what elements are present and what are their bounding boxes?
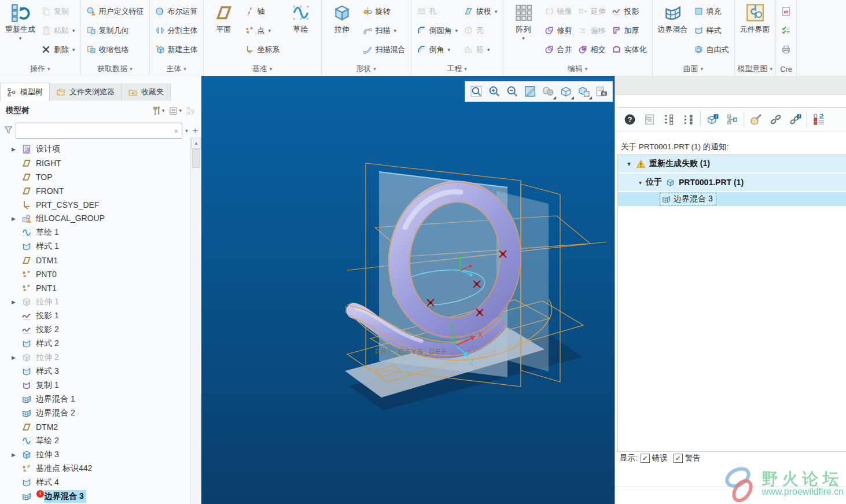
ribbon-button-用户定义特征[interactable]: 用户定义特征 — [84, 2, 146, 21]
tree-item-样式 1[interactable]: 样式 1 — [0, 240, 191, 253]
view-manager-button[interactable]: ◢ — [575, 83, 593, 100]
scroll-up-icon[interactable]: ▲ — [191, 138, 201, 149]
ribbon-button-实体化[interactable]: 实体化 — [609, 40, 649, 59]
notification-item-PRT0001.PRT (1)[interactable]: ▾位于 PRT0001.PRT (1) — [618, 174, 846, 191]
report-button[interactable] — [639, 110, 659, 128]
ribbon-button-重新生成[interactable]: 重新生成▾ — [3, 2, 38, 42]
zoom-out-button[interactable] — [503, 83, 521, 100]
tree-item-边界混合 1[interactable]: 边界混合 1 — [0, 392, 191, 406]
ribbon-button-轴[interactable]: 轴 — [242, 2, 282, 21]
tree-node-button[interactable] — [722, 110, 742, 128]
ribbon-button-合并[interactable]: 合并 — [542, 40, 575, 59]
ribbon-button-扫描[interactable]: 扫描▾ — [361, 21, 408, 40]
tree-item-投影 2[interactable]: 投影 2 — [0, 323, 191, 337]
ribbon-button-新建主体[interactable]: 新建主体 — [153, 40, 200, 59]
tree-item-PNT0[interactable]: PNT0 — [0, 267, 191, 281]
tree-item-样式 3[interactable]: 样式 3 — [0, 365, 191, 378]
model-tree-scrollbar[interactable]: ▲ — [190, 138, 201, 504]
ribbon-group-label-模型意图[interactable]: 模型意图▾ — [738, 62, 773, 76]
tree-item-拉伸 3[interactable]: ▶ 拉伸 3 — [0, 448, 191, 462]
tree-item-基准点 标识442[interactable]: 基准点 标识442 — [0, 462, 191, 476]
tree-item-DTM1[interactable]: DTM1 — [0, 253, 191, 267]
ribbon-button-倒角[interactable]: 倒角▾ — [414, 40, 461, 59]
zoom-in-button[interactable] — [485, 83, 503, 100]
ribbon-button-相交[interactable]: 相交 — [576, 40, 608, 59]
ribbon-button-扫描混合[interactable]: 扫描混合 — [361, 40, 408, 59]
tree-item-组LOCAL_GROUP[interactable]: ▶ 组LOCAL_GROUP — [0, 212, 191, 226]
ribbon-button-筋[interactable]: 筋▾ — [461, 40, 500, 59]
ribbon-button-倒圆角[interactable]: 倒圆角▾ — [414, 21, 461, 40]
tree-item-复制 1[interactable]: 复制 1 — [0, 378, 191, 392]
chain-info-button[interactable]: i — [785, 110, 805, 128]
tree-item-投影 1[interactable]: 投影 1 — [0, 309, 191, 323]
ribbon-button-拉伸[interactable]: 拉伸 — [325, 2, 359, 36]
ribbon-button-边界混合[interactable]: 边界混合 — [656, 2, 690, 36]
ribbon-button-延伸[interactable]: 延伸 — [576, 2, 608, 21]
tree-item-TOP[interactable]: TOP — [0, 170, 191, 184]
ribbon-button-drawing-icon[interactable]: dr — [779, 2, 793, 21]
tab-文件夹浏览器[interactable]: 文件夹浏览器 — [50, 83, 122, 101]
ribbon-group-label-获取数据[interactable]: 获取数据▾ — [84, 62, 146, 76]
refit-button[interactable] — [467, 83, 485, 100]
checkbox-警告[interactable]: ✓ — [674, 454, 683, 463]
ribbon-group-label-形状[interactable]: 形状▾ — [325, 62, 408, 76]
tree-tool[interactable] — [186, 106, 196, 116]
chain-button[interactable] — [766, 110, 785, 128]
3d-viewport[interactable]: Y X Z PRT_CSYS_DEF ◢ ◢ ◢ — [201, 76, 615, 504]
ribbon-button-旋转[interactable]: 旋转 — [361, 2, 408, 21]
display-style-button[interactable]: ◢ — [539, 83, 557, 100]
ribbon-group-label-主体[interactable]: 主体▾ — [153, 62, 200, 76]
notification-item-边界混合 3[interactable]: 边界混合 3 — [618, 192, 846, 206]
ribbon-button-拔模[interactable]: 拔模▾ — [461, 2, 500, 21]
scroll-thumb[interactable] — [192, 149, 200, 168]
ribbon-button-填充[interactable]: 填充 — [691, 2, 731, 21]
ribbon-button-checks-icon[interactable] — [779, 21, 793, 40]
info-cube-button[interactable]: i — [702, 110, 722, 128]
ribbon-group-label-基准[interactable]: 基准▾ — [207, 62, 318, 76]
ribbon-button-自由式[interactable]: 自由式 — [691, 40, 731, 59]
ribbon-group-label-编辑[interactable]: 编辑▾ — [506, 62, 649, 76]
ribbon-button-孔[interactable]: 孔 — [414, 2, 461, 21]
tree-item-PNT1[interactable]: PNT1 — [0, 281, 191, 295]
tree-filter-input[interactable] — [16, 124, 171, 137]
tree-item-边界混合 3[interactable]: ! 边界混合 3 — [0, 490, 191, 503]
tree-item-设计项[interactable]: ▶ 设计项 — [0, 142, 191, 156]
ribbon-button-复制[interactable]: 复制 — [39, 2, 78, 21]
help-button[interactable]: ? — [620, 110, 639, 128]
ribbon-button-粘贴[interactable]: 粘贴▾ — [39, 21, 78, 40]
tree-item-草绘 2[interactable]: 草绘 2 — [0, 434, 191, 448]
tree-item-样式 2[interactable]: 样式 2 — [0, 337, 191, 351]
ribbon-button-平面[interactable]: 平面 — [207, 2, 241, 36]
ribbon-group-label-操作[interactable]: 操作▾ — [3, 62, 78, 76]
ribbon-button-镜像[interactable]: 镜像 — [542, 2, 575, 21]
ribbon-group-label-工程[interactable]: 工程▾ — [414, 62, 500, 76]
collapse-all-button[interactable] — [679, 110, 698, 128]
ribbon-button-投影[interactable]: 投影 — [609, 2, 649, 21]
ribbon-group-label-Cre[interactable]: Cre — [779, 62, 793, 76]
ribbon-button-布尔运算[interactable]: 布尔运算 — [153, 2, 200, 21]
ribbon-button-坐标系[interactable]: 坐标系 — [242, 40, 282, 59]
ribbon-button-删除[interactable]: 删除▾ — [39, 40, 78, 59]
tab-收藏夹[interactable]: ✳收藏夹 — [122, 83, 171, 101]
ribbon-button-复制几何[interactable]: 复制几何 — [84, 21, 146, 40]
ribbon-button-加厚[interactable]: 加厚 — [609, 21, 649, 40]
saved-views-button[interactable]: ◢ — [557, 83, 575, 100]
ribbon-button-阵列[interactable]: 阵列▾ — [506, 2, 541, 42]
tree-tool[interactable]: ▾ — [152, 106, 167, 116]
tree-item-样式 4[interactable]: 样式 4 — [0, 476, 191, 490]
ribbon-button-元件界面[interactable]: 元件界面 — [738, 2, 773, 36]
ribbon-button-点[interactable]: 点▾ — [242, 21, 282, 40]
tree-item-边界混合 2[interactable]: 边界混合 2 — [0, 406, 191, 420]
tree-item-RIGHT[interactable]: RIGHT — [0, 156, 191, 170]
tree-item-FRONT[interactable]: FRONT — [0, 184, 191, 198]
tree-item-拉伸 1[interactable]: ▶ 拉伸 1 — [0, 295, 191, 309]
ribbon-button-print-icon[interactable] — [779, 40, 793, 59]
notification-item-重新生成失败 (1)[interactable]: ▼ 重新生成失败 (1) — [618, 155, 846, 172]
ribbon-button-分割主体[interactable]: 分割主体 — [153, 21, 200, 40]
checkbox-错误[interactable]: ✓ — [641, 454, 650, 463]
add-filter-icon[interactable]: + — [193, 126, 198, 136]
ribbon-button-壳[interactable]: 壳 — [461, 21, 500, 40]
ribbon-group-label-曲面[interactable]: 曲面▾ — [656, 62, 731, 76]
tab-模型树[interactable]: 模型树 — [0, 83, 50, 101]
ribbon-button-收缩包络[interactable]: 收缩包络 — [84, 40, 146, 59]
